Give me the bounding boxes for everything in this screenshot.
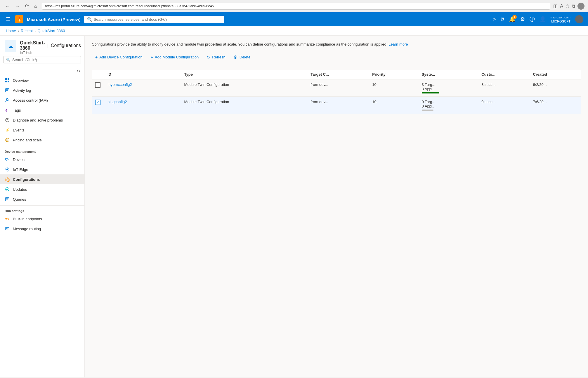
iot-edge-label: IoT Edge: [13, 167, 28, 172]
sidebar-item-devices[interactable]: Devices: [0, 155, 84, 164]
search-icon: 🔍: [87, 17, 92, 22]
sidebar-item-overview[interactable]: Overview: [0, 75, 84, 85]
sidebar-item-events[interactable]: ⚡ Events: [0, 125, 84, 135]
sidebar-item-message-routing[interactable]: Message routing: [0, 224, 84, 234]
sidebar-search-box[interactable]: 🔍: [4, 56, 81, 63]
learn-more-link[interactable]: Learn more: [388, 42, 408, 46]
resource-icon: ☁: [5, 40, 16, 52]
back-button[interactable]: ←: [4, 3, 12, 9]
resource-name: QuickStart-3860: [20, 40, 45, 51]
svg-rect-5: [8, 81, 9, 82]
section-hub-settings: Hub settings: [0, 205, 84, 214]
iam-icon: [5, 98, 10, 103]
events-label: Events: [13, 128, 25, 132]
queries-label: Queries: [13, 197, 26, 202]
sidebar-item-queries[interactable]: Queries: [0, 194, 84, 204]
address-bar[interactable]: https://ms.portal.azure.com/#@microsoft.…: [42, 3, 551, 10]
breadcrumb: Home › Recent › QuickStart-3860: [0, 26, 588, 36]
col-created: Created: [530, 70, 581, 79]
delete-icon: 🗑: [234, 55, 238, 60]
extensions-icon[interactable]: ⧉: [572, 4, 575, 9]
add-module-config-icon: +: [151, 55, 153, 60]
row1-checkbox-cell[interactable]: [92, 79, 104, 97]
breadcrumb-home[interactable]: Home: [6, 29, 16, 33]
svg-rect-3: [8, 78, 9, 80]
notification-badge: 1: [513, 15, 517, 19]
breadcrumb-resource[interactable]: QuickStart-3860: [38, 29, 65, 33]
shell-icon[interactable]: ⧉: [501, 16, 504, 22]
col-priority: Priority: [369, 70, 418, 79]
row1-id-link[interactable]: mypmcconfig2: [107, 82, 132, 87]
sidebar-item-activity-log[interactable]: Activity log: [0, 85, 84, 95]
col-id: ID: [104, 70, 181, 79]
svg-rect-2: [5, 78, 7, 80]
description-main: Configurations provide the ability to mo…: [92, 42, 387, 46]
terminal-icon[interactable]: >: [493, 16, 496, 22]
content-area: Configurations provide the ability to mo…: [85, 36, 588, 377]
col-target-condition: Target C...: [307, 70, 369, 79]
row1-priority: 10: [369, 79, 418, 97]
main-layout: ☁ QuickStart-3860 | Configurations 📌 … ✕…: [0, 36, 588, 377]
resource-type: IoT Hub: [20, 51, 85, 55]
iot-edge-icon: [5, 167, 10, 172]
row1-progress-container: [422, 92, 475, 93]
row2-progress-bar: [422, 110, 433, 111]
add-device-config-button[interactable]: + Add Device Configuration: [92, 53, 146, 61]
sidebar-item-endpoints[interactable]: Built-in endpoints: [0, 214, 84, 224]
feedback-icon[interactable]: 👤: [540, 16, 546, 22]
sidebar-item-updates[interactable]: Updates: [0, 184, 84, 194]
help-icon[interactable]: ⓘ: [530, 16, 535, 23]
breadcrumb-recent[interactable]: Recent: [21, 29, 33, 33]
updates-label: Updates: [13, 187, 27, 192]
row2-priority: 10: [369, 96, 418, 114]
forward-button[interactable]: →: [13, 3, 22, 9]
refresh-button[interactable]: ⟳: [23, 3, 31, 9]
azure-brand: Microsoft Azure (Preview): [27, 17, 81, 22]
activity-log-label: Activity log: [13, 88, 31, 93]
row1-checkbox[interactable]: [95, 82, 100, 88]
sidebar-search-input[interactable]: [12, 58, 78, 62]
delete-button[interactable]: 🗑 Delete: [230, 53, 254, 61]
user-avatar[interactable]: [575, 15, 583, 23]
user-avatar-browser[interactable]: [577, 3, 584, 10]
endpoints-label: Built-in endpoints: [13, 217, 42, 221]
endpoints-icon: [5, 216, 10, 221]
sidebar-item-iot-edge[interactable]: IoT Edge: [0, 164, 84, 174]
profile-icon[interactable]: A: [560, 4, 563, 9]
row2-id-link[interactable]: pingconfig2: [107, 100, 127, 104]
azure-search-box[interactable]: 🔍: [84, 16, 224, 23]
browser-bar: ← → ⟳ ⌂ https://ms.portal.azure.com/#@mi…: [0, 0, 588, 12]
row2-checkbox[interactable]: ✓: [95, 100, 100, 105]
pricing-icon: [5, 137, 10, 143]
sidebar-item-iam[interactable]: Access control (IAM): [0, 95, 84, 105]
toolbar: + Add Device Configuration + Add Module …: [92, 53, 581, 65]
overview-label: Overview: [13, 78, 29, 83]
overview-icon: [5, 78, 10, 83]
sidebar-item-configurations[interactable]: Configurations: [0, 174, 84, 184]
divider-pipe: |: [47, 43, 48, 48]
configurations-icon: [5, 177, 10, 182]
azure-search-input[interactable]: [94, 17, 221, 22]
add-module-config-button[interactable]: + Add Module Configuration: [147, 53, 202, 61]
sidebar-item-tags[interactable]: 🏷 Tags: [0, 105, 84, 115]
hamburger-menu[interactable]: ☰: [5, 15, 12, 24]
notifications-icon[interactable]: 🔔 1: [509, 16, 516, 22]
refresh-button[interactable]: ⟳ Refresh: [203, 53, 229, 61]
refresh-icon: ⟳: [207, 55, 210, 60]
sidebar-collapse-btn[interactable]: ‹‹: [75, 67, 82, 74]
row2-id: pingconfig2: [104, 96, 181, 114]
delete-label: Delete: [240, 55, 251, 59]
svg-point-11: [7, 121, 8, 121]
topbar-right: > ⧉ 🔔 1 ⚙ ⓘ 👤 microsoft.com MICROSOFT: [493, 15, 583, 24]
sidebar-item-diagnose[interactable]: Diagnose and solve problems: [0, 115, 84, 125]
tab-manager-icon[interactable]: ◫: [553, 3, 558, 9]
row2-type: Module Twin Configuration: [181, 96, 307, 114]
settings-icon[interactable]: ⚙: [520, 16, 525, 22]
row2-checkbox-cell[interactable]: ✓: [92, 96, 104, 114]
col-type: Type: [181, 70, 307, 79]
sidebar-item-pricing[interactable]: Pricing and scale: [0, 135, 84, 145]
svg-text:☁: ☁: [8, 43, 13, 49]
bookmark-icon[interactable]: ☆: [566, 3, 570, 9]
row2-system-metrics-line2: 0 Appl...: [422, 104, 475, 108]
home-button[interactable]: ⌂: [32, 3, 39, 9]
